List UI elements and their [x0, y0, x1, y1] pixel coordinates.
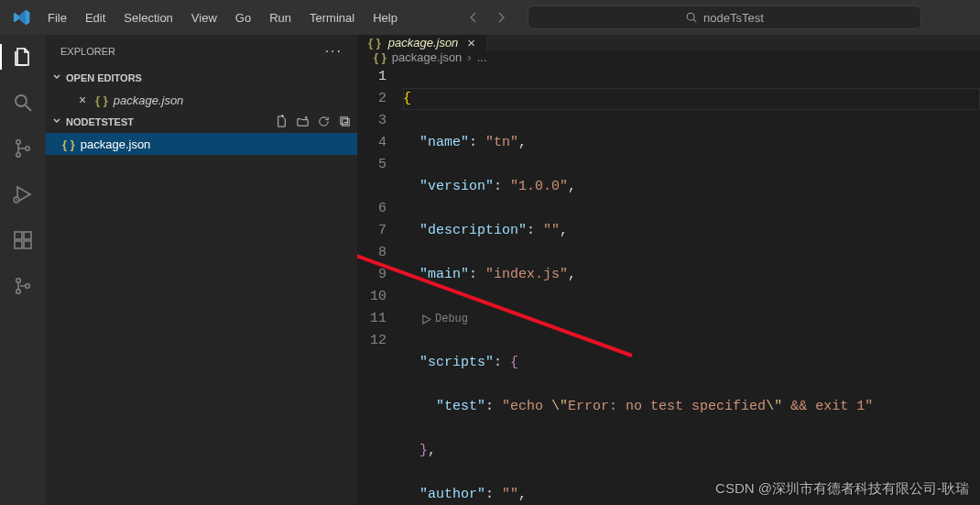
breadcrumb-file: package.json [392, 50, 463, 64]
close-editor-icon[interactable]: × [75, 93, 90, 107]
open-editors-label: OPEN EDITORS [66, 72, 142, 83]
debug-codelens[interactable]: Debug [403, 308, 980, 330]
svg-rect-10 [15, 232, 22, 239]
svg-line-1 [693, 19, 696, 22]
json-file-icon: { } [374, 50, 387, 64]
nav-forward-icon[interactable] [491, 7, 511, 27]
tab-bar: { } package.json × [357, 35, 980, 50]
svg-point-15 [16, 290, 21, 294]
refresh-icon[interactable] [317, 115, 331, 130]
activity-bar [0, 35, 46, 505]
new-folder-icon[interactable] [296, 115, 310, 130]
watermark-text: CSDN @深圳市有德者科技有限公司-耿瑞 [715, 480, 969, 498]
line-number-gutter: 1 2 3 4 5 6 7 8 9 10 11 12 [357, 66, 403, 505]
code-editor[interactable]: 1 2 3 4 5 6 7 8 9 10 11 12 { "name": "tn… [357, 64, 980, 505]
svg-rect-12 [24, 241, 31, 248]
json-file-icon: { } [368, 36, 381, 49]
search-activity-icon[interactable] [10, 90, 36, 115]
code-content[interactable]: { "name": "tn", "version": "1.0.0", "des… [403, 66, 980, 505]
menu-terminal[interactable]: Terminal [302, 7, 362, 28]
menu-edit[interactable]: Edit [78, 7, 113, 28]
svg-rect-13 [24, 232, 31, 239]
title-bar: File Edit Selection View Go Run Terminal… [0, 0, 980, 35]
command-center-search[interactable]: nodeTsTest [528, 5, 921, 29]
svg-line-3 [26, 105, 31, 111]
open-editors-header[interactable]: OPEN EDITORS [46, 67, 357, 89]
svg-point-16 [26, 284, 30, 289]
svg-point-14 [16, 279, 21, 283]
new-file-icon[interactable] [275, 115, 289, 130]
extensions-icon[interactable] [10, 227, 36, 253]
nav-back-icon[interactable] [463, 7, 484, 27]
explorer-icon[interactable] [10, 44, 36, 70]
folder-name: NODETSTEST [66, 116, 134, 127]
svg-point-5 [16, 153, 20, 157]
close-tab-icon[interactable]: × [465, 35, 475, 50]
svg-rect-17 [341, 116, 348, 124]
file-name: package.json [81, 137, 151, 151]
git-graph-icon[interactable] [10, 273, 36, 299]
tab-label: package.json [388, 36, 459, 49]
svg-point-9 [16, 199, 17, 201]
menu-selection[interactable]: Selection [116, 7, 180, 28]
open-editor-filename: package.json [114, 93, 184, 107]
breadcrumb-separator-icon: › [467, 50, 471, 64]
explorer-sidebar: EXPLORER ··· OPEN EDITORS × { } package.… [46, 35, 357, 505]
svg-rect-11 [15, 241, 22, 248]
editor-area: { } package.json × { } package.json › ..… [357, 35, 980, 505]
collapse-all-icon[interactable] [338, 115, 352, 130]
breadcrumb-more: ... [477, 50, 487, 64]
debug-icon[interactable] [10, 181, 36, 207]
breadcrumb[interactable]: { } package.json › ... [357, 50, 980, 64]
svg-point-2 [16, 95, 27, 106]
search-text: nodeTsTest [703, 11, 764, 25]
svg-marker-20 [423, 314, 430, 323]
menu-help[interactable]: Help [365, 7, 405, 28]
svg-point-6 [26, 147, 29, 150]
json-file-icon: { } [62, 137, 75, 151]
explorer-more-icon[interactable]: ··· [325, 43, 343, 60]
menu-run[interactable]: Run [262, 7, 299, 28]
open-editor-item[interactable]: × { } package.json [46, 89, 357, 111]
explorer-title: EXPLORER [60, 46, 115, 57]
vscode-logo-icon [13, 8, 31, 27]
json-file-icon: { } [95, 93, 108, 107]
menu-view[interactable]: View [184, 7, 224, 28]
svg-point-4 [16, 140, 20, 144]
file-tree-item[interactable]: { } package.json [46, 133, 357, 155]
menu-go[interactable]: Go [228, 7, 258, 28]
menu-file[interactable]: File [40, 7, 74, 28]
folder-header[interactable]: NODETSTEST [46, 111, 357, 133]
svg-point-0 [687, 13, 694, 20]
source-control-icon[interactable] [10, 136, 36, 161]
tab-package-json[interactable]: { } package.json × [357, 35, 487, 50]
